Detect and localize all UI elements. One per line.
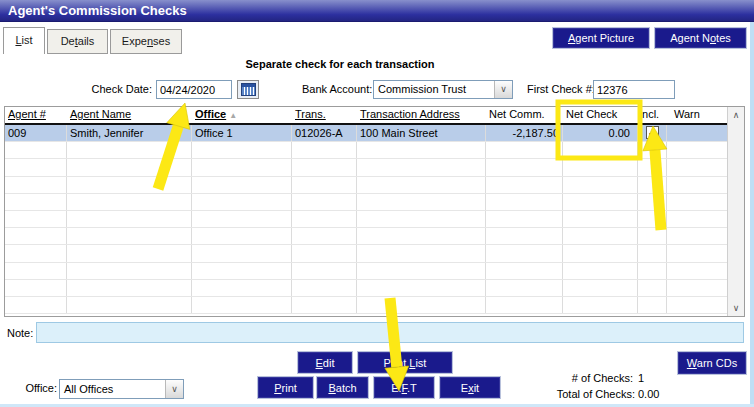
- cell-office: Office 1: [192, 125, 292, 141]
- table-row-empty: [5, 228, 727, 245]
- label-post: .T: [407, 382, 417, 394]
- label-post: dit: [323, 357, 335, 369]
- label-post: ses: [153, 35, 170, 47]
- table-row-selected[interactable]: 009 Smith, Jennifer Office 1 012026-A 10…: [5, 125, 727, 142]
- checks-table: Agent # Agent Name Office ▲ Trans. Trans…: [4, 106, 745, 317]
- col-header-agent-num[interactable]: Agent #: [8, 108, 46, 120]
- chevron-down-icon[interactable]: ∨: [165, 380, 183, 398]
- label-post: atch: [336, 382, 357, 394]
- check-date-input[interactable]: [156, 80, 232, 99]
- tab-details[interactable]: Details: [47, 29, 108, 54]
- office-filter-value: All Offices: [60, 380, 165, 398]
- num-checks-label: # of Checks:: [500, 372, 633, 384]
- cell-address: 100 Main Street: [357, 125, 486, 141]
- agents-commission-checks-window: Agent's Commission Checks List Details E…: [0, 0, 754, 407]
- sort-asc-icon: ▲: [229, 111, 237, 120]
- calendar-button[interactable]: [237, 80, 259, 99]
- first-check-label: First Check #:: [527, 80, 595, 99]
- col-header-incl: Incl.: [639, 108, 659, 120]
- scroll-down-icon[interactable]: ∨: [728, 300, 744, 316]
- label-key: P: [274, 382, 281, 394]
- calendar-icon: [241, 83, 256, 96]
- label-key: E: [316, 357, 323, 369]
- note-input[interactable]: [36, 322, 744, 343]
- table-row-empty: [5, 194, 727, 211]
- print-button[interactable]: Print: [258, 377, 313, 398]
- eft-button[interactable]: E.F.T: [374, 377, 434, 398]
- print-list-button[interactable]: Print List: [358, 352, 452, 373]
- label-post: ist: [22, 34, 33, 46]
- cell-warn: [667, 125, 727, 141]
- col-header-warn: Warn: [674, 108, 700, 120]
- col-header-trans[interactable]: Trans.: [295, 108, 326, 120]
- label-key: B: [328, 382, 335, 394]
- table-row-empty: [5, 263, 727, 280]
- label-pre: Agent N: [670, 32, 710, 44]
- total-checks-label: Total of Checks:: [500, 388, 635, 400]
- cell-agent-name: Smith, Jennifer: [67, 125, 192, 141]
- window-border-right: [750, 22, 754, 407]
- batch-button[interactable]: Batch: [317, 377, 368, 398]
- chevron-down-icon[interactable]: ∨: [494, 81, 512, 98]
- cell-agent-num: 009: [5, 125, 67, 141]
- table-row-empty: [5, 142, 727, 159]
- col-header-office[interactable]: Office: [195, 108, 226, 120]
- label-pre: E.: [391, 382, 401, 394]
- col-header-address[interactable]: Transaction Address: [360, 108, 460, 120]
- label-post: ails: [78, 35, 95, 47]
- cell-net-check: 0.00: [563, 125, 638, 141]
- label-key: W: [687, 357, 697, 369]
- bank-account-label: Bank Account:: [302, 80, 372, 99]
- exit-button[interactable]: Exit: [440, 377, 500, 398]
- table-scrollbar[interactable]: ∧ ∨: [727, 107, 744, 316]
- first-check-input[interactable]: [593, 80, 675, 99]
- subtitle-text: Separate check for each transaction: [60, 58, 620, 70]
- window-title: Agent's Commission Checks: [8, 3, 187, 18]
- table-row-empty: [5, 297, 727, 314]
- total-checks-value: 0.00: [638, 388, 659, 400]
- label-pre: Print: [384, 357, 410, 369]
- note-label: Note:: [7, 323, 33, 343]
- tab-list[interactable]: List: [3, 27, 45, 54]
- warn-cds-button[interactable]: Warn CDs: [678, 352, 746, 374]
- table-row-empty: [5, 159, 727, 176]
- label-pre: Expe: [122, 35, 147, 47]
- table-header-row: Agent # Agent Name Office ▲ Trans. Trans…: [5, 107, 727, 125]
- scroll-up-icon[interactable]: ∧: [728, 107, 744, 123]
- table-row-empty: [5, 245, 727, 262]
- edit-button[interactable]: Edit: [298, 352, 352, 373]
- table-empty-rows: [5, 142, 744, 314]
- table-row-empty: [5, 280, 727, 297]
- incl-checkbox[interactable]: ✓: [646, 126, 659, 139]
- label-pre: De: [61, 35, 75, 47]
- cell-trans: 012026-A: [292, 125, 357, 141]
- office-filter-select[interactable]: All Offices ∨: [59, 379, 184, 399]
- label-post: ist: [415, 357, 426, 369]
- table-row-empty: [5, 177, 727, 194]
- col-header-agent-name[interactable]: Agent Name: [70, 108, 131, 120]
- col-header-net-check: Net Check: [566, 108, 617, 120]
- bank-account-value: Commission Trust: [374, 81, 494, 98]
- num-checks-value: 1: [638, 372, 644, 384]
- col-header-net-comm: Net Comm.: [489, 108, 545, 120]
- agent-picture-button[interactable]: Agent Picture: [553, 28, 649, 48]
- label-post: arn CDs: [697, 357, 737, 369]
- table-row-empty: [5, 211, 727, 228]
- label-post: rint: [282, 382, 297, 394]
- bank-account-select[interactable]: Commission Trust ∨: [373, 80, 513, 99]
- tab-expenses[interactable]: Expenses: [110, 29, 182, 54]
- window-titlebar: Agent's Commission Checks: [0, 0, 754, 22]
- label-post: tes: [716, 32, 731, 44]
- office-filter-label: Office:: [20, 379, 57, 398]
- agent-notes-button[interactable]: Agent Notes: [655, 28, 746, 48]
- cell-net-comm: -2,187.50: [486, 125, 563, 141]
- label-post: gent Picture: [575, 32, 634, 44]
- check-date-label: Check Date:: [60, 80, 152, 99]
- label-post: it: [474, 382, 480, 394]
